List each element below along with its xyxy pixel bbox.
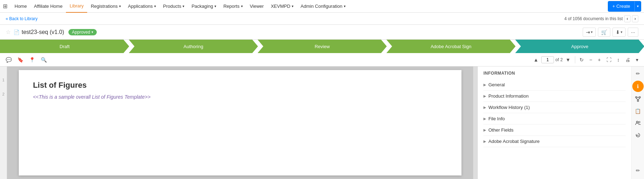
fit-button[interactable]: ↕ — [616, 56, 621, 64]
chevron-down-icon: ▾ — [292, 4, 293, 8]
page-number-input[interactable]: 1 — [541, 56, 554, 63]
chevron-right-icon: ▶ — [483, 83, 486, 87]
share-button[interactable]: ⇥ ▾ — [583, 28, 596, 37]
nav-item-products[interactable]: Products ▾ — [159, 0, 188, 13]
title-row: ☆ 📄 test23-seq (v1.0) Approved ▾ ⇥ ▾ 🛒 ⬇… — [0, 25, 644, 40]
document-type-icon: 📄 — [13, 29, 19, 35]
workflow-step-authoring[interactable]: Authoring — [129, 40, 258, 53]
pin-icon[interactable]: 📍 — [28, 56, 37, 64]
svg-point-6 — [636, 121, 638, 123]
download-button[interactable]: ⬇ ▾ — [612, 28, 626, 37]
create-button[interactable]: + Create — [608, 1, 635, 11]
page-navigation: ▲ 1 of 2 ▼ — [532, 56, 572, 64]
svg-line-5 — [638, 98, 640, 100]
nav-item-admin-config[interactable]: Admin Configuration ▾ — [297, 0, 349, 13]
grid-icon[interactable]: ⊞ — [3, 3, 7, 10]
document-area[interactable]: List of Figures <<This is a sample overa… — [7, 67, 473, 179]
document-content-title: List of Figures — [33, 81, 447, 90]
pencil-edit-icon[interactable]: ✏ — [632, 165, 644, 176]
favorite-icon[interactable]: ☆ — [6, 29, 11, 35]
info-circle-indicator[interactable]: ℹ — [632, 81, 644, 92]
chevron-down-icon: ▾ — [154, 4, 156, 8]
chevron-right-icon: ▶ — [483, 94, 486, 98]
page-total-label: 2 — [560, 57, 563, 62]
info-item-workflow-history[interactable]: ▶ Workflow History (1) — [483, 102, 626, 113]
users-icon[interactable] — [632, 117, 644, 129]
info-item-file-info[interactable]: ▶ File Info — [483, 113, 626, 125]
create-dropdown-button[interactable]: ▾ — [635, 1, 641, 11]
page-up-button[interactable]: ▲ — [532, 56, 540, 64]
doc-count-label: 4 of 1056 documents in this list — [564, 16, 623, 21]
chevron-down-icon: ▾ — [591, 30, 593, 34]
svg-point-2 — [637, 100, 639, 102]
chevron-down-icon: ▾ — [344, 4, 346, 8]
info-item-product-information[interactable]: ▶ Product Information — [483, 91, 626, 102]
nav-item-home[interactable]: Home — [11, 0, 30, 13]
nav-item-registrations[interactable]: Registrations ▾ — [87, 0, 124, 13]
info-icon: ℹ — [632, 81, 644, 92]
nav-item-reports[interactable]: Reports ▾ — [220, 0, 246, 13]
nav-item-xevmpd[interactable]: XEVMPD ▾ — [267, 0, 297, 13]
title-actions: ⇥ ▾ 🛒 ⬇ ▾ ··· — [583, 28, 638, 37]
right-sidebar: ✏ ℹ 📋 — [631, 67, 644, 179]
cart-button[interactable]: 🛒 — [598, 28, 610, 37]
bookmark-icon[interactable]: 🔖 — [16, 56, 25, 64]
status-badge[interactable]: Approved ▾ — [68, 29, 97, 35]
chevron-down-icon: ▾ — [214, 4, 216, 8]
line-number-2: 2 — [2, 91, 4, 105]
chevron-down-icon: ▾ — [183, 4, 184, 8]
workflow-step-draft[interactable]: Draft — [0, 40, 129, 53]
page-down-button[interactable]: ▼ — [564, 56, 572, 64]
info-panel-title: INFORMATION — [483, 71, 626, 76]
info-item-general[interactable]: ▶ General — [483, 79, 626, 91]
sub-header: « Back to Library 4 of 1056 documents in… — [0, 13, 644, 25]
rotate-icon[interactable]: ↻ — [578, 56, 585, 64]
history-icon[interactable] — [632, 129, 644, 141]
zoom-in-button[interactable]: + — [597, 56, 602, 64]
line-number-1: 1 — [2, 77, 4, 91]
document-content-subtitle: <<This is a sample overall List of Figur… — [33, 94, 447, 100]
document-versions-icon[interactable]: 📋 — [632, 105, 644, 117]
toolbar-divider — [575, 56, 575, 63]
fullscreen-button[interactable]: ⛶ — [605, 56, 613, 64]
chevron-down-icon: ▾ — [621, 30, 622, 34]
chevron-right-icon: ▶ — [483, 139, 486, 143]
workflow-bar: Draft Authoring Review Adobe Acrobat Sig… — [0, 40, 644, 53]
zoom-out-button[interactable]: − — [588, 56, 594, 64]
back-to-library-link[interactable]: « Back to Library — [6, 16, 38, 21]
nav-item-packaging[interactable]: Packaging ▾ — [188, 0, 220, 13]
workflow-step-approve[interactable]: Approve — [515, 40, 644, 53]
info-item-other-fields[interactable]: ▶ Other Fields — [483, 125, 626, 136]
nav-item-viewer[interactable]: Viewer — [246, 0, 268, 13]
chevron-right-icon: ▶ — [483, 128, 486, 132]
chevron-down-icon: ▾ — [91, 30, 93, 34]
svg-point-1 — [639, 97, 640, 98]
line-numbers: 1 2 — [0, 67, 7, 179]
next-document-button[interactable]: › — [632, 15, 638, 22]
print-icon[interactable]: 🖨 — [624, 56, 632, 64]
info-item-adobe-signature[interactable]: ▶ Adobe Acrobat Signature — [483, 136, 626, 147]
nav-item-applications[interactable]: Applications ▾ — [124, 0, 159, 13]
workflow-step-review[interactable]: Review — [258, 40, 387, 53]
search-icon[interactable]: 🔍 — [39, 56, 48, 64]
edit-icon[interactable]: ✏ — [632, 68, 644, 79]
chevron-right-icon: ▶ — [483, 105, 486, 109]
nav-item-library[interactable]: Library — [66, 0, 87, 13]
top-navigation: ⊞ Home Affiliate Home Library Registrati… — [0, 0, 644, 13]
document-toolbar: 💬 🔖 📍 🔍 ▲ 1 of 2 ▼ ↻ − + ⛶ ↕ 🖨 ▾ — [0, 53, 644, 67]
document-navigation: 4 of 1056 documents in this list ‹ › — [564, 15, 638, 22]
chevron-right-icon: ▶ — [483, 117, 486, 121]
more-options-button[interactable]: ··· — [628, 28, 638, 37]
more-toolbar-button[interactable]: ▾ — [634, 56, 640, 64]
svg-point-0 — [635, 97, 637, 98]
document-title: test23-seq (v1.0) — [22, 29, 64, 35]
prev-document-button[interactable]: ‹ — [624, 15, 631, 22]
scroll-bar[interactable] — [473, 67, 477, 179]
chevron-down-icon: ▾ — [119, 4, 121, 8]
comments-icon[interactable]: 💬 — [4, 56, 13, 64]
info-panel: INFORMATION ▶ General ▶ Product Informat… — [478, 67, 631, 179]
nav-item-affiliate-home[interactable]: Affiliate Home — [30, 0, 66, 13]
workflow-icon[interactable] — [632, 93, 644, 105]
workflow-step-sign[interactable]: Adobe Acrobat Sign — [386, 40, 515, 53]
svg-line-4 — [636, 98, 638, 100]
